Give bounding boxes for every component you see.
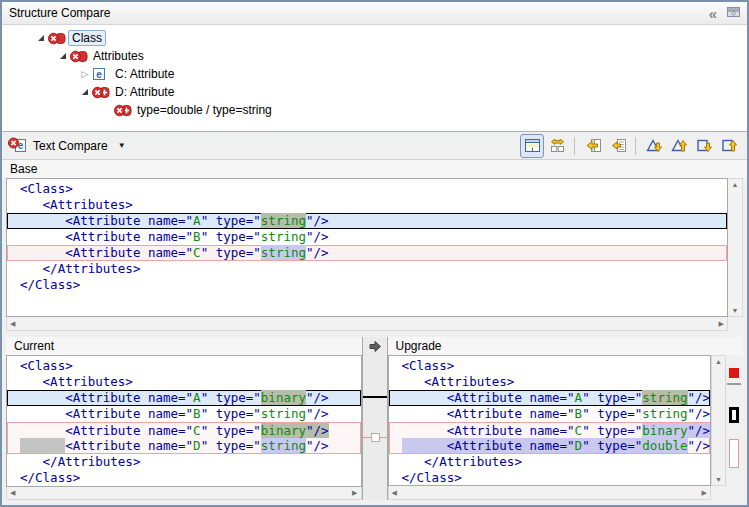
code-line[interactable]: <Attribute name="B" type="string"/> [389, 406, 711, 422]
code-token: B [193, 406, 201, 421]
code-line[interactable]: <Attribute name="B" type="string"/> [7, 229, 727, 245]
tree-item-d-attribute[interactable]: D: Attribute [2, 83, 747, 101]
tree-item-attributes[interactable]: Attributes [2, 47, 747, 65]
previous-difference-button[interactable] [667, 134, 691, 158]
code-token: <Attribute name=" [20, 229, 193, 244]
show-ancestor-pane-icon [524, 137, 541, 154]
code-token: <Attribute name=" [20, 213, 193, 228]
code-line[interactable]: </Class> [389, 470, 711, 486]
base-horizontal-scrollbar[interactable]: ◀ ▶ [6, 317, 728, 331]
tree-item-label[interactable]: D: Attribute [112, 85, 177, 99]
scroll-right-icon[interactable]: ▶ [702, 489, 707, 497]
code-token: </Class> [20, 470, 80, 485]
code-token: B [193, 229, 201, 244]
diff-overview-ruler[interactable] [726, 355, 743, 486]
show-ancestor-pane-button[interactable] [520, 134, 544, 158]
copy-all-right-to-left-button[interactable] [581, 134, 605, 158]
scroll-down-icon[interactable]: ▼ [715, 476, 722, 483]
code-line[interactable]: </Attributes> [7, 454, 361, 470]
tree-item-label[interactable]: type=double / type=string [134, 103, 275, 117]
svg-text:e: e [96, 69, 102, 80]
conflict-marker[interactable] [729, 368, 739, 378]
code-token: " type=" [201, 406, 261, 421]
upgrade-vertical-scrollbar[interactable]: ▲ ▼ [711, 355, 726, 486]
code-line-diff[interactable]: <Attribute name="D" type="string"/> [7, 438, 361, 454]
upgrade-code-area[interactable]: <Class> <Attributes> <Attribute name="A"… [388, 355, 712, 486]
scroll-up-icon[interactable]: ▲ [715, 358, 722, 365]
scroll-left-icon[interactable]: ◀ [10, 320, 15, 328]
base-vertical-scrollbar[interactable]: ▲ ▼ [728, 178, 743, 317]
code-token: <Class> [402, 358, 455, 373]
code-token: A [575, 390, 583, 405]
selected-diff-marker[interactable] [729, 407, 739, 423]
collapse-chevrons-icon[interactable]: « [709, 6, 717, 21]
conflict-icon [48, 32, 68, 45]
code-line-diff[interactable]: <Attribute name="A" type="string"/> [7, 213, 727, 229]
code-line[interactable]: </Attributes> [7, 261, 727, 277]
swap-left-right-icon [549, 137, 566, 154]
code-token: binary [261, 390, 306, 405]
code-token: <Attribute name=" [20, 245, 193, 260]
scroll-down-icon[interactable]: ▼ [732, 307, 739, 314]
base-code-area[interactable]: <Class> <Attributes> <Attribute name="A"… [6, 178, 728, 317]
code-line-diff[interactable]: <Attribute name="D" type="double"/> [389, 438, 711, 454]
current-code-area[interactable]: <Class> <Attributes> <Attribute name="A"… [6, 355, 362, 487]
next-change-button[interactable] [692, 134, 716, 158]
scroll-right-icon[interactable]: ▶ [352, 489, 357, 497]
code-line[interactable]: </Attributes> [389, 454, 711, 470]
swap-left-right-button[interactable] [545, 134, 569, 158]
code-line[interactable]: <Attributes> [389, 374, 711, 390]
code-token: "/> [306, 406, 329, 421]
structure-compare-header: Structure Compare « [2, 2, 747, 25]
code-token: "/> [688, 390, 711, 405]
code-line[interactable]: <Class> [7, 358, 361, 374]
tree-item-label[interactable]: Class [68, 30, 106, 46]
code-line-diff[interactable]: <Attribute name="A" type="string"/> [389, 390, 711, 406]
code-token: double [642, 438, 687, 453]
expand-arrow-icon[interactable]: ▷ [78, 70, 92, 79]
code-token: " type=" [582, 390, 642, 405]
conflict-diff-handle[interactable] [371, 433, 380, 442]
code-line[interactable]: <Class> [389, 358, 711, 374]
scroll-left-icon[interactable]: ◀ [10, 489, 15, 497]
scroll-right-icon[interactable]: ▶ [719, 320, 724, 328]
current-horizontal-scrollbar[interactable]: ◀ ▶ [6, 487, 362, 500]
scroll-up-icon[interactable]: ▲ [732, 181, 739, 188]
code-token: "/> [688, 423, 711, 438]
conflict-icon [70, 50, 90, 63]
compare-editor-window: Structure Compare « Class Attributes▷ e … [0, 0, 749, 507]
code-line[interactable]: <Attributes> [7, 374, 361, 390]
code-line[interactable]: </Class> [7, 470, 361, 486]
code-token: <Attribute name=" [402, 390, 575, 405]
code-line[interactable]: <Attribute name="B" type="string"/> [7, 406, 361, 422]
tree-item-label[interactable]: Attributes [90, 49, 147, 63]
code-line-diff[interactable]: <Attribute name="A" type="binary"/> [7, 390, 361, 406]
collapse-arrow-icon[interactable] [78, 89, 92, 95]
code-token: "/> [688, 406, 711, 421]
tree-item-type-double-type-string[interactable]: type=double / type=string [2, 101, 747, 119]
conflict-range-marker[interactable] [729, 439, 739, 468]
next-difference-button[interactable] [642, 134, 666, 158]
code-token: " type=" [582, 423, 642, 438]
code-line[interactable]: <Class> [7, 181, 727, 197]
collapse-arrow-icon[interactable] [56, 53, 70, 59]
code-token: D [193, 438, 201, 453]
previous-change-button[interactable] [717, 134, 741, 158]
code-token: binary [642, 423, 687, 438]
code-line-diff[interactable]: <Attribute name="C" type="binary"/> [7, 422, 361, 438]
code-line[interactable]: </Class> [7, 277, 727, 293]
chevron-down-icon[interactable]: ▼ [118, 141, 126, 150]
scroll-left-icon[interactable]: ◀ [392, 489, 397, 497]
tree-item-class[interactable]: Class [2, 29, 747, 47]
view-menu-icon[interactable] [727, 6, 740, 21]
previous-difference-icon [671, 137, 688, 154]
code-line[interactable]: <Attributes> [7, 197, 727, 213]
copy-current-right-to-left-button[interactable] [606, 134, 630, 158]
code-token: <Attributes> [20, 374, 133, 389]
code-line-diff[interactable]: <Attribute name="C" type="string"/> [7, 245, 727, 261]
tree-item-c-attribute[interactable]: ▷ e C: Attribute [2, 65, 747, 83]
collapse-arrow-icon[interactable] [34, 35, 48, 41]
code-line-diff[interactable]: <Attribute name="C" type="binary"/> [389, 422, 711, 438]
upgrade-horizontal-scrollbar[interactable]: ◀ ▶ [388, 486, 712, 500]
tree-item-label[interactable]: C: Attribute [112, 67, 177, 81]
